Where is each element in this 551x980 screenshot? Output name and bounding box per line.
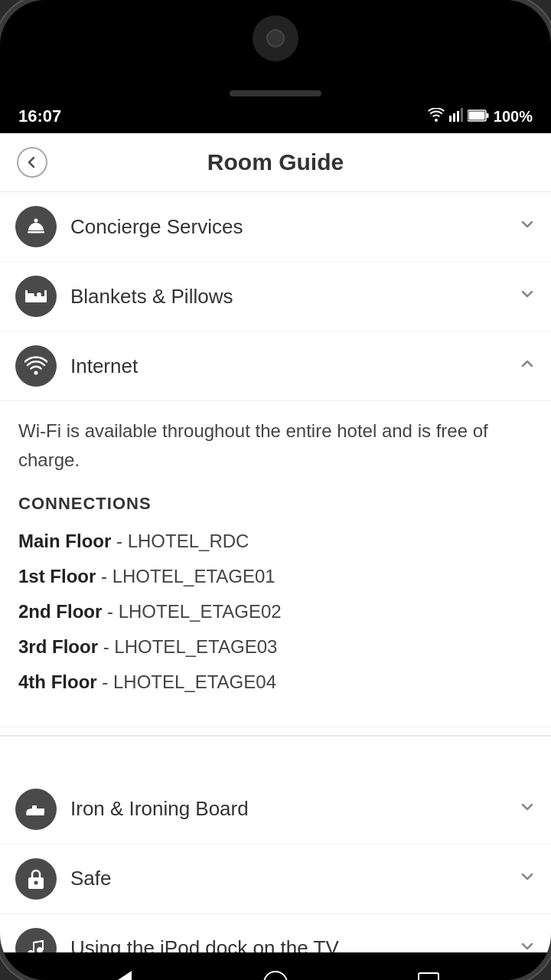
network-separator-2: - xyxy=(107,601,119,622)
connection-row-0: Main Floor - LHOTEL_RDC xyxy=(18,528,533,555)
signal-icon xyxy=(449,108,463,126)
internet-chevron xyxy=(519,355,536,377)
menu-item-ipod[interactable]: Using the iPod dock on the TV xyxy=(0,914,551,952)
spacer xyxy=(0,744,551,775)
ipod-chevron xyxy=(519,938,536,952)
battery-percent: 100% xyxy=(494,108,533,126)
safe-label: Safe xyxy=(70,867,519,890)
blankets-label: Blankets & Pillows xyxy=(70,285,519,309)
phone-top xyxy=(0,0,551,100)
iron-icon-wrap xyxy=(15,789,57,830)
svg-rect-2 xyxy=(457,111,459,122)
svg-rect-5 xyxy=(468,111,484,119)
status-icons: 100% xyxy=(428,108,533,126)
app-header: Room Guide xyxy=(0,133,551,192)
connections-title: CONNECTIONS xyxy=(18,494,533,514)
concierge-icon xyxy=(25,216,47,237)
blankets-icon-wrap xyxy=(15,276,57,317)
camera-lens xyxy=(266,29,285,47)
recents-nav-button[interactable] xyxy=(413,968,444,980)
floor-label-2: 2nd Floor xyxy=(18,601,102,622)
ipod-label: Using the iPod dock on the TV xyxy=(70,936,519,952)
back-nav-icon xyxy=(113,971,132,980)
floor-label-0: Main Floor xyxy=(18,531,111,551)
svg-rect-12 xyxy=(44,290,47,302)
iron-icon xyxy=(24,799,47,819)
battery-icon xyxy=(468,108,489,126)
network-separator-4: - xyxy=(102,671,113,692)
internet-label: Internet xyxy=(70,354,519,378)
svg-rect-15 xyxy=(32,805,37,809)
svg-point-14 xyxy=(34,371,38,375)
camera xyxy=(253,15,298,61)
blankets-chevron xyxy=(519,286,536,307)
ipod-icon-wrap xyxy=(15,928,57,952)
internet-description: Wi-Fi is available throughout the entire… xyxy=(18,416,533,475)
svg-rect-8 xyxy=(28,231,44,234)
menu-item-internet[interactable]: Internet xyxy=(0,332,551,401)
connection-row-1: 1st Floor - LHOTEL_ETAGE01 xyxy=(18,563,533,590)
section-divider xyxy=(0,735,551,737)
page-title: Room Guide xyxy=(49,149,502,175)
back-button[interactable] xyxy=(15,145,49,179)
nav-bar xyxy=(0,952,551,980)
music-icon xyxy=(26,938,46,952)
network-name-4: LHOTEL_ETAGE04 xyxy=(113,671,276,692)
network-name-1: LHOTEL_ETAGE01 xyxy=(112,566,276,586)
back-nav-button[interactable] xyxy=(107,968,138,980)
internet-expanded-content: Wi-Fi is available throughout the entire… xyxy=(0,401,551,727)
connections-list: Main Floor - LHOTEL_RDC 1st Floor - LHOT… xyxy=(18,528,533,696)
home-nav-button[interactable] xyxy=(260,968,291,980)
connection-row-2: 2nd Floor - LHOTEL_ETAGE02 xyxy=(18,598,533,626)
time-display: 16:07 xyxy=(18,106,61,126)
svg-point-7 xyxy=(34,219,38,223)
network-separator-3: - xyxy=(103,636,115,657)
concierge-icon-wrap xyxy=(15,206,57,247)
network-name-3: LHOTEL_ETAGE03 xyxy=(114,636,277,657)
svg-rect-9 xyxy=(25,296,47,302)
wifi-status-icon xyxy=(428,108,445,126)
speaker xyxy=(230,90,321,96)
menu-item-blankets[interactable]: Blankets & Pillows xyxy=(0,262,551,332)
connection-row-4: 4th Floor - LHOTEL_ETAGE04 xyxy=(18,668,533,696)
floor-label-3: 3rd Floor xyxy=(18,636,98,657)
svg-rect-11 xyxy=(25,290,28,302)
svg-rect-0 xyxy=(449,116,452,122)
network-name-2: LHOTEL_ETAGE02 xyxy=(119,601,282,622)
bed-icon xyxy=(24,287,48,305)
status-bar: 16:07 xyxy=(0,100,551,133)
connection-row-3: 3rd Floor - LHOTEL_ETAGE03 xyxy=(18,633,533,661)
floor-label-4: 4th Floor xyxy=(18,671,97,692)
menu-list: Concierge Services xyxy=(0,192,551,952)
home-nav-icon xyxy=(263,971,288,980)
svg-rect-1 xyxy=(453,113,455,122)
lock-icon xyxy=(26,867,46,890)
screen: Room Guide Concierge Services xyxy=(0,133,551,952)
svg-rect-16 xyxy=(26,813,44,815)
internet-icon-wrap xyxy=(15,345,57,387)
concierge-chevron xyxy=(519,216,536,237)
menu-item-safe[interactable]: Safe xyxy=(0,844,551,914)
wifi-icon xyxy=(24,356,47,376)
iron-chevron xyxy=(519,799,536,820)
back-circle-icon xyxy=(17,147,47,178)
iron-label: Iron & Ironing Board xyxy=(70,797,519,821)
safe-chevron xyxy=(519,868,536,890)
svg-point-18 xyxy=(34,880,38,884)
svg-point-13 xyxy=(37,292,41,297)
floor-label-1: 1st Floor xyxy=(18,566,96,586)
phone-shell: 16:07 xyxy=(0,0,551,980)
safe-icon-wrap xyxy=(15,858,57,900)
svg-rect-6 xyxy=(486,113,488,118)
concierge-label: Concierge Services xyxy=(70,215,519,239)
svg-line-19 xyxy=(34,941,43,942)
menu-item-iron[interactable]: Iron & Ironing Board xyxy=(0,775,551,844)
menu-item-concierge[interactable]: Concierge Services xyxy=(0,192,551,262)
network-name-0: LHOTEL_RDC xyxy=(128,531,249,551)
recents-nav-icon xyxy=(418,972,439,980)
network-separator-0: - xyxy=(116,531,128,551)
network-separator-1: - xyxy=(101,566,112,586)
svg-rect-3 xyxy=(461,108,463,122)
